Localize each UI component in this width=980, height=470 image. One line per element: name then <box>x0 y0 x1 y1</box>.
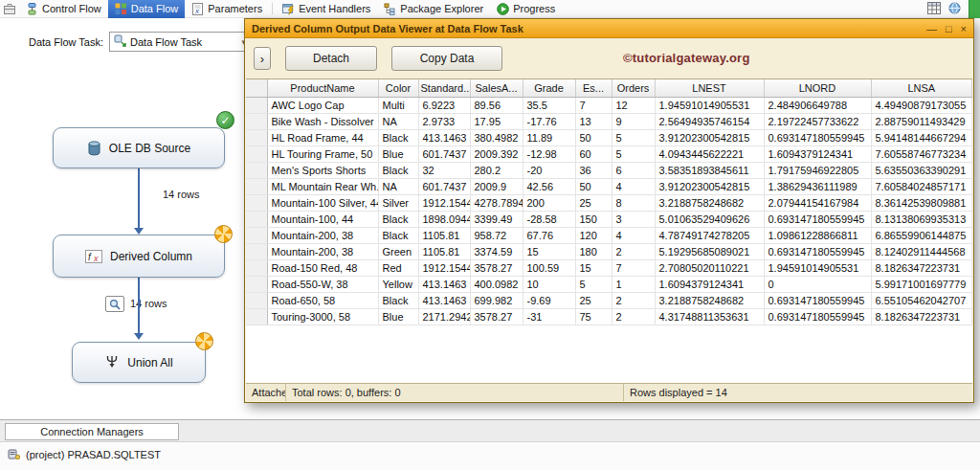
grid-cell[interactable]: Blue <box>378 308 418 325</box>
grid-cell[interactable]: 4278.7894 <box>470 194 523 211</box>
grid-cell[interactable]: Black <box>378 227 418 243</box>
grid-cell[interactable]: 2 <box>612 243 655 259</box>
row-margin[interactable] <box>246 178 267 194</box>
grid-cell[interactable]: 0.693147180559945 <box>764 211 871 227</box>
grid-cell[interactable]: 958.72 <box>470 227 523 243</box>
grid-cell[interactable]: 32 <box>418 162 470 178</box>
grid-cell[interactable]: 699.982 <box>470 292 523 308</box>
grid-cell[interactable]: 1912.1544 <box>418 194 470 211</box>
grid-cell[interactable]: 4.31748811353631 <box>655 308 764 325</box>
grid-column-header[interactable]: SalesA... <box>470 79 523 97</box>
grid-cell[interactable]: 2.70805020110221 <box>655 259 764 276</box>
grid-cell[interactable]: 42.56 <box>523 178 575 194</box>
copy-data-button[interactable]: Copy Data <box>391 46 502 71</box>
grid-cell[interactable]: 5.99171001697779 <box>871 276 972 292</box>
grid-cell[interactable]: Silver <box>378 194 418 211</box>
grid-cell[interactable]: 5.01063529409626 <box>655 211 764 227</box>
grid-cell[interactable]: 380.4982 <box>470 129 523 145</box>
grid-cell[interactable]: Mountain-200, 38 <box>267 227 378 243</box>
grid-cell[interactable]: Mountain-200, 38 <box>267 243 378 259</box>
grid-cell[interactable]: Yellow <box>378 276 418 292</box>
grid-cell[interactable]: 0.693147180559945 <box>764 308 871 325</box>
grid-cell[interactable]: 4.0943445622221 <box>655 145 764 162</box>
grid-cell[interactable]: 8.12402911444568 <box>871 243 972 259</box>
grid-cell[interactable]: Road-150 Red, 48 <box>267 259 378 276</box>
grid-cell[interactable]: 2.07944154167984 <box>764 194 871 211</box>
grid-cell[interactable]: 3.91202300542815 <box>655 129 764 145</box>
row-margin[interactable] <box>246 162 267 178</box>
grid-cell[interactable]: 1.6094379124341 <box>764 145 871 162</box>
grid-cell[interactable]: 5 <box>612 145 655 162</box>
row-margin[interactable] <box>246 276 267 292</box>
table-row[interactable]: Mountain-100, 44Black1898.09443399.49-28… <box>246 211 972 227</box>
grid-cell[interactable]: 1898.0944 <box>418 211 470 227</box>
grid-cell[interactable]: Touring-3000, 58 <box>267 308 378 325</box>
tab-event-handlers[interactable]: Event Handlers <box>276 0 377 18</box>
grid-cell[interactable]: 8.1826347223731 <box>871 259 972 276</box>
grid-cell[interactable]: 50 <box>575 129 612 145</box>
grid-cell[interactable]: Red <box>378 259 418 276</box>
grid-cell[interactable]: Mountain-100 Silver, 44 <box>267 194 378 211</box>
grid-cell[interactable]: -20 <box>523 162 575 178</box>
table-row[interactable]: Touring-3000, 58Blue2171.29423578.27-317… <box>246 308 972 325</box>
grid-cell[interactable]: 25 <box>575 194 612 211</box>
grid-cell[interactable]: 180 <box>575 243 612 259</box>
detach-button[interactable]: Detach <box>285 46 377 71</box>
table-row[interactable]: Bike Wash - DissolverNA2.973317.95-17.76… <box>246 113 972 129</box>
grid-cell[interactable]: Green <box>378 243 418 259</box>
grid-cell[interactable]: 200 <box>523 194 575 211</box>
grid-cell[interactable]: 150 <box>575 211 612 227</box>
grid-cell[interactable]: 1.94591014905531 <box>764 259 871 276</box>
table-row[interactable]: Mountain-200, 38Black1105.81958.7267.761… <box>246 227 972 243</box>
grid-cell[interactable]: 5.94148144667294 <box>871 129 972 145</box>
grid-cell[interactable]: 1.79175946922805 <box>764 162 871 178</box>
grid-cell[interactable]: 3.2188758248682 <box>655 194 764 211</box>
grid-cell[interactable]: NA <box>378 113 418 129</box>
tab-control-flow[interactable]: Control Flow <box>19 0 108 18</box>
grid-cell[interactable]: 120 <box>575 227 612 243</box>
grid-cell[interactable]: 2.19722457733622 <box>764 113 871 129</box>
grid-cell[interactable]: 4 <box>612 178 655 194</box>
node-derived-column[interactable]: fx Derived Column <box>53 235 225 278</box>
grid-cell[interactable]: 280.2 <box>470 162 523 178</box>
grid-column-header[interactable]: LNORD <box>764 79 871 97</box>
row-margin-header[interactable] <box>246 79 267 97</box>
grid-cell[interactable]: Road-550-W, 38 <box>267 276 378 292</box>
grid-cell[interactable]: 2.88759011493429 <box>871 113 972 129</box>
grid-cell[interactable]: 3 <box>612 211 655 227</box>
grid-cell[interactable]: 1.09861228866811 <box>764 227 871 243</box>
grid-cell[interactable]: 1105.81 <box>418 243 470 259</box>
table-row[interactable]: Road-150 Red, 48Red1912.15443578.27100.5… <box>246 259 972 276</box>
column-chooser-button[interactable]: › <box>254 47 271 70</box>
flow-connector[interactable] <box>138 168 140 228</box>
grid-cell[interactable]: 3578.27 <box>470 259 523 276</box>
maximize-button[interactable]: □ <box>946 23 952 34</box>
grid-cell[interactable]: Black <box>378 162 418 178</box>
row-margin[interactable] <box>246 97 267 113</box>
table-row[interactable]: Mountain-100 Silver, 44Silver1912.154442… <box>246 194 972 211</box>
grid-cell[interactable]: 3.2188758248682 <box>655 292 764 308</box>
grid-cell[interactable]: 60 <box>575 145 612 162</box>
grid-cell[interactable]: 413.1463 <box>418 292 470 308</box>
grid-cell[interactable]: -31 <box>523 308 575 325</box>
row-margin[interactable] <box>246 113 267 129</box>
grid-cell[interactable]: 36 <box>575 162 612 178</box>
grid-cell[interactable]: HL Touring Frame, 50 <box>267 145 378 162</box>
grid-cell[interactable]: 4.78749174278205 <box>655 227 764 243</box>
table-row[interactable]: Road-650, 58Black413.1463699.982-9.69252… <box>246 292 972 308</box>
close-button[interactable]: × <box>961 23 967 34</box>
grid-cell[interactable]: 601.7437 <box>418 145 470 162</box>
grid-cell[interactable]: 2.56494935746154 <box>655 113 764 129</box>
grid-cell[interactable]: -28.58 <box>523 211 575 227</box>
grid-cell[interactable]: -12.98 <box>523 145 575 162</box>
row-margin[interactable] <box>246 194 267 211</box>
connection-managers-header[interactable]: Connection Managers <box>5 423 179 440</box>
tab-parameters[interactable]: x Parameters <box>185 0 269 18</box>
grid-cell[interactable]: 7 <box>575 97 612 113</box>
toolbox-icon[interactable] <box>0 3 19 14</box>
grid-cell[interactable]: 15 <box>523 243 575 259</box>
grid-cell[interactable]: 3.58351893845611 <box>655 162 764 178</box>
grid-cell[interactable]: Road-650, 58 <box>267 292 378 308</box>
grid-cell[interactable]: 1912.1544 <box>418 259 470 276</box>
grid-cell[interactable]: 13 <box>575 113 612 129</box>
